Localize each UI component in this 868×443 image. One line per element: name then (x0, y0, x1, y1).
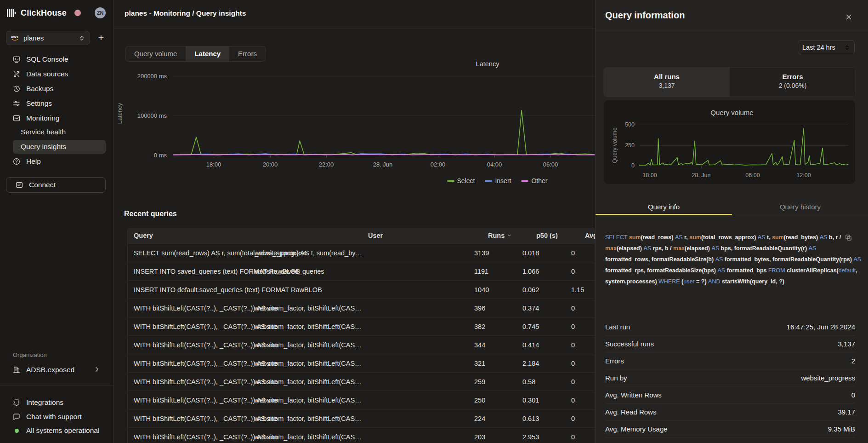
cell-p50: 2.184 (522, 354, 564, 373)
legend-item-select[interactable]: Select (447, 177, 475, 184)
close-icon[interactable] (845, 12, 855, 22)
table-row[interactable]: WITH bitShiftLeft(CAST(?..), _CAST(?..))… (128, 354, 595, 372)
cell-user: website (255, 354, 367, 373)
legend-item-other[interactable]: Other (521, 177, 547, 184)
column-header-p50[interactable]: p50 (s) (536, 228, 558, 243)
backups-icon (12, 85, 21, 93)
cell-avg: 0 (571, 336, 594, 354)
sidebar-item-help[interactable]: Help (0, 154, 113, 169)
stat-row: Errors2 (605, 352, 855, 369)
tab-query-volume[interactable]: Query volume (125, 46, 186, 61)
tab-query-info[interactable]: Query info (596, 199, 732, 215)
sidebar-item-label: Data sources (26, 70, 68, 78)
x-tick: 18:00 (193, 161, 234, 168)
x-tick-mark (650, 166, 650, 168)
stat-label: Avg. Memory Usage (605, 425, 668, 433)
column-header-query[interactable]: Query (134, 228, 362, 243)
column-header-runs[interactable]: Runs (488, 228, 512, 243)
sidebar-item-integrations[interactable]: Integrations (0, 395, 113, 410)
organization-item[interactable]: ADSB.exposed (0, 362, 113, 377)
time-range-value: Last 24 hrs (802, 44, 835, 51)
workspace-select[interactable]: aws planes (6, 31, 90, 45)
sidebar-item-chat-support[interactable]: Chat with support (0, 409, 113, 424)
sidebar-item-label: Monitoring (26, 114, 59, 122)
x-tick-mark (550, 155, 551, 158)
table-row[interactable]: SELECT sum(read_rows) AS r, sum(total_ro… (128, 243, 595, 262)
x-tick: 20:00 (250, 161, 291, 168)
cell-runs: 396 (474, 299, 516, 317)
column-header-avg[interactable]: Avg. (585, 228, 595, 243)
gridline (639, 166, 848, 166)
legend-label: Other (531, 177, 547, 184)
status-ok-icon (12, 426, 21, 435)
tab-errors-count[interactable]: Errors 2 (0.06%) (730, 68, 856, 97)
stat-value: 39.17 (838, 408, 855, 416)
organization-heading: Organization (13, 351, 47, 358)
sidebar-item-query-insights[interactable]: Query insights (0, 140, 113, 154)
table-row[interactable]: INSERT INTO default.saved_queries (text)… (128, 280, 595, 299)
x-tick: 28. Jun (362, 161, 403, 168)
x-tick: 04:00 (474, 161, 515, 168)
select-chevrons-icon (79, 35, 85, 41)
sidebar-item-service-health[interactable]: Service health (0, 125, 113, 139)
cell-avg: 1.15 (571, 281, 594, 299)
table-row[interactable]: WITH bitShiftLeft(CAST(?..), _CAST(?..))… (128, 409, 595, 427)
cell-p50: 0.301 (522, 391, 564, 409)
sidebar-item-sql-console[interactable]: SQL Console (0, 52, 113, 67)
stat-value: 9.35 MiB (828, 425, 855, 433)
table-row[interactable]: WITH bitShiftLeft(CAST(?..), _CAST(?..))… (128, 317, 595, 335)
y-tick: 200000 ms (113, 73, 167, 80)
cell-p50: 0.745 (522, 317, 564, 336)
tab-value: 3,137 (604, 82, 730, 89)
cell-user: website_saved_queries (255, 262, 367, 281)
table-header: Query User Runs p50 (s) Avg. (128, 228, 595, 243)
connect-button[interactable]: Connect (6, 177, 106, 193)
table-row[interactable]: INSERT INTO saved_queries (text) FORMAT … (128, 262, 595, 280)
tab-errors[interactable]: Errors (229, 46, 266, 61)
stat-label: Successful runs (605, 340, 654, 348)
gridline (172, 76, 595, 76)
table-row[interactable]: WITH bitShiftLeft(CAST(?..), _CAST(?..))… (128, 372, 595, 391)
cell-avg: 0 (571, 391, 594, 409)
legend-swatch (447, 180, 454, 182)
tab-query-history[interactable]: Query history (732, 199, 868, 215)
chart-title: Latency (442, 60, 533, 68)
chat-bubble-icon (12, 413, 21, 421)
x-tick: 02:00 (417, 161, 459, 168)
x-tick-mark (383, 155, 383, 158)
sidebar-item-label: SQL Console (26, 55, 68, 63)
time-range-select[interactable]: Last 24 hrs (798, 40, 855, 54)
copy-icon[interactable] (845, 233, 853, 242)
sql-code-block[interactable]: SELECT sum(read_rows) AS r, sum(total_ro… (605, 232, 862, 287)
page-header: planes - Monitoring / Query insights (113, 0, 595, 29)
gridline (172, 155, 595, 155)
column-header-user[interactable]: User (368, 228, 383, 243)
avatar[interactable]: ZN (95, 7, 106, 18)
sidebar-item-monitoring[interactable]: Monitoring (0, 111, 113, 126)
aws-icon: aws (11, 35, 18, 41)
table-row[interactable]: WITH bitShiftLeft(CAST(?..), _CAST(?..))… (128, 299, 595, 317)
tab-latency[interactable]: Latency (186, 46, 229, 61)
chart-legend: Select Insert Other (440, 177, 555, 184)
x-tick-mark (804, 166, 804, 168)
x-tick-mark (494, 155, 495, 158)
app-screen: ClickHouse ZN aws planes + SQL Console D… (0, 0, 868, 443)
sidebar-item-backups[interactable]: Backups (0, 81, 113, 96)
table-row[interactable]: WITH bitShiftLeft(CAST(?..), _CAST(?..))… (128, 335, 595, 354)
sidebar-item-data-sources[interactable]: Data sources (0, 67, 113, 81)
y-tick: 0 ms (113, 152, 167, 159)
table-row[interactable]: WITH bitShiftLeft(CAST(?..), _CAST(?..))… (128, 391, 595, 409)
sidebar-item-settings[interactable]: Settings (0, 96, 113, 111)
cell-query: INSERT INTO default.saved_queries (text)… (134, 281, 362, 299)
add-service-button[interactable]: + (95, 31, 108, 44)
legend-swatch (521, 180, 528, 182)
cell-avg: 0 (571, 409, 594, 428)
legend-item-insert[interactable]: Insert (485, 177, 511, 184)
table-row[interactable]: WITH bitShiftLeft(CAST(?..), _CAST(?..))… (128, 427, 595, 443)
sort-icon (507, 228, 512, 243)
sidebar-item-system-status[interactable]: All systems operational (0, 423, 113, 438)
tab-label: All runs (604, 73, 730, 81)
y-tick: 250 (609, 142, 635, 149)
tab-all-runs[interactable]: All runs 3,137 (604, 68, 730, 97)
cell-runs: 259 (474, 373, 516, 391)
